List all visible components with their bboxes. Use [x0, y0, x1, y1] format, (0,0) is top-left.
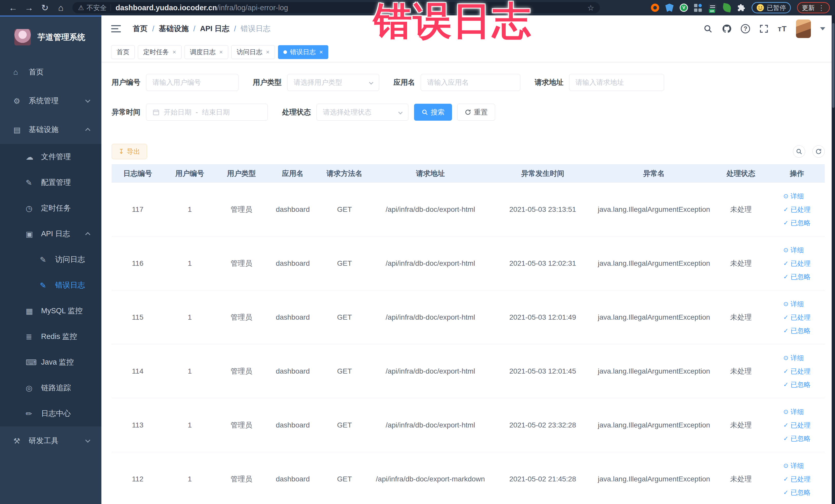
cell-app-name: dashboard [267, 344, 319, 398]
sidebar-toggle-hamburger-icon[interactable] [111, 25, 121, 32]
action-ignored-link[interactable]: ✓已忽略 [783, 270, 811, 283]
scrollbar-thumb[interactable] [832, 23, 834, 108]
not-secure-label[interactable]: 不安全 [86, 3, 106, 12]
table-row: 117 1 管理员 dashboard GET /api/infra/db-do… [111, 183, 825, 237]
sidebar-item-label: 定时任务 [41, 203, 71, 213]
check-icon: ✓ [783, 257, 789, 269]
java-monitor-icon: ⌨ [26, 358, 38, 367]
tags-view-tab[interactable]: 访问日志 × [231, 45, 275, 59]
browser-menu-kebab-icon[interactable]: ⋮ [818, 4, 825, 12]
date-range-picker[interactable]: 开始日期 - 结束日期 [146, 104, 268, 121]
sidebar-logo-row[interactable]: 芋道管理系统 [0, 17, 101, 58]
browser-extensions-row: V on 已暂停 更新 ⋮ [607, 2, 830, 13]
sidebar-item[interactable]: ✎ 访问日志 [0, 247, 101, 273]
ext-leaf-icon[interactable] [722, 3, 732, 12]
sidebar-item[interactable]: ✎ 错误日志 [0, 273, 101, 298]
sidebar-item[interactable]: ☁ 文件管理 [0, 144, 101, 170]
action-processed-link[interactable]: ✓已处理 [783, 257, 811, 269]
github-icon[interactable] [722, 24, 732, 34]
action-ignored-link[interactable]: ✓已忽略 [783, 217, 811, 229]
tags-view-tab[interactable]: 定时任务 × [138, 45, 182, 59]
action-processed-link[interactable]: ✓已处理 [783, 419, 811, 431]
avatar-caret-down-icon[interactable] [820, 27, 825, 30]
breadcrumb-item[interactable]: 基础设施 [159, 24, 189, 34]
action-ignored-link[interactable]: ✓已忽略 [783, 379, 811, 391]
help-icon[interactable]: ? [741, 24, 750, 33]
user-avatar[interactable] [796, 20, 811, 38]
url-text[interactable]: dashboard.yudao.iocoder.cn/infra/log/api… [116, 4, 288, 12]
close-icon[interactable]: × [219, 48, 223, 56]
action-ignored-link[interactable]: ✓已忽略 [783, 432, 811, 445]
sidebar-item[interactable]: ⚒ 研发工具 [0, 426, 101, 455]
sidebar-item[interactable]: ▣ API 日志 [0, 221, 101, 247]
sidebar-item[interactable]: ◷ 定时任务 [0, 195, 101, 221]
ext-green-v-glyph: V [680, 4, 687, 11]
sidebar-item[interactable]: ✏ 日志中心 [0, 401, 101, 426]
breadcrumb-item[interactable]: 错误日志 [241, 24, 270, 34]
cell-app-name: dashboard [267, 237, 319, 290]
action-ignored-link[interactable]: ✓已忽略 [783, 486, 811, 499]
browser-scrollbar[interactable] [832, 15, 835, 504]
browser-back-icon[interactable]: ← [5, 3, 21, 13]
close-icon[interactable]: × [266, 48, 269, 56]
action-processed-link[interactable]: ✓已处理 [783, 311, 811, 323]
action-processed-link[interactable]: ✓已处理 [783, 203, 811, 216]
action-processed-link[interactable]: ✓已处理 [783, 473, 811, 485]
close-icon[interactable]: × [172, 48, 176, 56]
font-size-icon[interactable]: ᴛT [778, 24, 787, 33]
browser-forward-icon[interactable]: → [21, 3, 37, 13]
tags-view-tab[interactable]: 错误日志 × [278, 45, 328, 59]
refresh-table-button[interactable] [812, 145, 825, 158]
bookmark-star-icon[interactable]: ☆ [587, 3, 594, 12]
fullscreen-icon[interactable] [759, 24, 769, 33]
sidebar-item[interactable]: ≣ Redis 监控 [0, 324, 101, 349]
breadcrumb-item[interactable]: 首页 [133, 24, 148, 34]
range-separator: - [196, 108, 198, 116]
request-url-label: 请求地址 [535, 78, 564, 87]
ext-grid-icon[interactable] [694, 4, 702, 12]
sidebar-item-label: 日志中心 [41, 408, 71, 419]
sidebar-item[interactable]: ▤ 基础设施 [0, 115, 101, 144]
eye-icon: ⊙ [783, 244, 789, 256]
user-type-select[interactable]: 请选择用户类型 [287, 74, 379, 91]
action-detail-link[interactable]: ⊙详细 [783, 460, 804, 472]
request-url-input[interactable]: 请输入请求地址 [569, 74, 664, 91]
action-ignored-link[interactable]: ✓已忽略 [783, 324, 811, 337]
sidebar-item[interactable]: ⌂ 首页 [0, 58, 101, 86]
sidebar-item[interactable]: ✎ 配置管理 [0, 170, 101, 195]
user-id-input[interactable]: 请输入用户编号 [146, 74, 239, 91]
close-icon[interactable]: × [319, 48, 323, 56]
ext-green-v-icon[interactable]: V [680, 4, 688, 12]
action-detail-link[interactable]: ⊙详细 [783, 298, 804, 310]
action-detail-link[interactable]: ⊙详细 [783, 190, 804, 202]
toggle-search-button[interactable] [793, 145, 805, 158]
export-button[interactable]: ↧ 导出 [111, 144, 147, 159]
browser-home-icon[interactable]: ⌂ [53, 3, 69, 13]
extensions-puzzle-icon[interactable] [737, 4, 746, 12]
process-status-select[interactable]: 请选择处理状态 [317, 104, 408, 121]
ext-onetab-icon[interactable]: on [709, 4, 717, 12]
browser-update-chip[interactable]: 更新 ⋮ [797, 2, 830, 13]
navbar-actions: ? ᴛT [703, 20, 825, 38]
app-name-input[interactable]: 请输入应用名 [421, 74, 520, 91]
ext-orange-icon[interactable] [651, 4, 659, 12]
action-detail-link[interactable]: ⊙详细 [783, 352, 804, 364]
sidebar-item[interactable]: ⌨ Java 监控 [0, 349, 101, 375]
sidebar: 芋道管理系统 ⌂ 首页 ⚙ 系统管理 ▤ 基础设施 ☁ 文件管理 ✎ 配置管理 … [0, 15, 101, 504]
browser-reload-icon[interactable]: ↻ [37, 3, 53, 13]
ext-shield-icon[interactable] [665, 4, 674, 12]
search-button[interactable]: 搜索 [414, 104, 452, 121]
tags-view-tab[interactable]: 调度日志 × [185, 45, 228, 59]
search-icon[interactable] [703, 24, 713, 33]
tags-view-tab[interactable]: 首页 [111, 45, 135, 59]
sidebar-item[interactable]: ⚙ 系统管理 [0, 86, 101, 115]
sidebar-item[interactable]: ▦ MySQL 监控 [0, 298, 101, 324]
action-detail-link[interactable]: ⊙详细 [783, 244, 804, 256]
redis-monitor-icon: ≣ [26, 332, 38, 341]
action-detail-link[interactable]: ⊙详细 [783, 406, 804, 418]
reset-button[interactable]: 重置 [457, 104, 495, 121]
sidebar-item[interactable]: ◎ 链路追踪 [0, 375, 101, 401]
profile-paused-chip[interactable]: 已暂停 [752, 2, 791, 13]
breadcrumb-item[interactable]: API 日志 [200, 24, 229, 34]
action-processed-link[interactable]: ✓已处理 [783, 365, 811, 378]
